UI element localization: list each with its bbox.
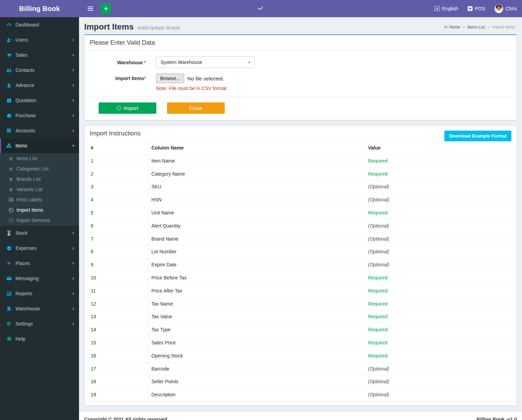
chevron-left-icon: ‹: [72, 230, 74, 236]
sidebar-item-items-list[interactable]: ≣ Items List: [0, 153, 79, 164]
dollar-icon: $: [5, 82, 13, 89]
chevron-left-icon: ‹: [72, 291, 74, 296]
value-badge: Required: [365, 297, 513, 310]
csv-note: Note: File must be in CSV format.: [156, 86, 228, 91]
table-header-row: # Column Name Value: [88, 142, 513, 155]
page-subtitle: Add/Update Brand: [137, 25, 179, 31]
user-name: Chris: [506, 6, 517, 11]
warehouse-label: Warehouse *: [85, 59, 156, 65]
sidebar-item-contacts[interactable]: Contacts ‹: [0, 63, 79, 78]
value-badge: (Optional): [365, 388, 513, 401]
sidebar-item-label: Variants List: [16, 187, 43, 192]
sidebar-item-stock[interactable]: ⌛ Stock ‹: [0, 225, 79, 241]
sidebar-item-label: Reports: [15, 291, 32, 296]
sidebar-item-reports[interactable]: Reports ‹: [0, 286, 79, 301]
sidebar-item-label: Contacts: [15, 67, 34, 73]
table-row: 6Alert Quantity(Optional): [88, 219, 513, 232]
value-badge: (Optional): [365, 180, 513, 194]
table-row: 12Tax NameRequired: [88, 297, 513, 310]
quick-add-button[interactable]: +: [101, 3, 111, 14]
sidebar-item-messaging[interactable]: Messaging ‹: [0, 271, 79, 286]
value-badge: Required: [365, 323, 513, 336]
sidebar-item-import-items[interactable]: ← Import Items: [0, 205, 79, 215]
sidebar-item-label: Expenses: [15, 245, 36, 251]
browse-file-button[interactable]: Browse...: [156, 74, 184, 83]
table-row: 8Lot Number(Optional): [88, 245, 513, 258]
barcode-icon: [8, 198, 14, 202]
cube-icon: [5, 113, 13, 118]
sidebar-item-label: Print Labels: [16, 197, 42, 202]
value-badge: Required: [365, 336, 513, 349]
sidebar-item-print-labels[interactable]: Print Labels: [0, 195, 79, 205]
form-actions: ← Import Close: [85, 102, 517, 120]
value-badge: Required: [365, 167, 513, 180]
sidebar-item-label: Help: [15, 336, 25, 342]
sidebar-item-advance[interactable]: $ Advance ‹: [0, 78, 79, 93]
value-badge: (Optional): [365, 232, 513, 245]
required-asterisk: *: [144, 76, 146, 81]
chevron-left-icon: ‹: [72, 306, 74, 311]
sidebar-item-warehouse[interactable]: Warehouse ‹: [0, 301, 79, 316]
sidebar-item-label: Items List: [16, 156, 37, 161]
cart-icon: [5, 53, 13, 58]
list-icon: ≣: [8, 177, 14, 182]
sidebar-item-label: Warehouse: [15, 306, 40, 311]
users-icon: [5, 68, 13, 73]
sidebar-item-accounts[interactable]: Accounts ‹: [0, 123, 79, 138]
value-badge: (Optional): [365, 362, 513, 375]
user-menu[interactable]: Chris: [495, 4, 517, 13]
arrow-circle-icon: ←: [8, 218, 14, 223]
chevron-left-icon: ‹: [72, 113, 74, 118]
sidebar-item-categories-list[interactable]: ≣ Categories List: [0, 164, 79, 174]
sidebar-item-quotation[interactable]: Quotation ‹: [0, 93, 79, 108]
sidebar-item-users[interactable]: Users ‹: [0, 32, 79, 47]
navbar-right: A English POS Chris: [434, 4, 517, 13]
chevron-left-icon: ‹: [72, 52, 74, 58]
language-menu[interactable]: A English: [434, 6, 458, 11]
table-row: 17Barcode(Optional): [88, 362, 513, 375]
sidebar-item-brands-list[interactable]: ≣ Brands List: [0, 174, 79, 184]
chevron-left-icon: ‹: [72, 67, 74, 73]
user-plus-icon: [5, 37, 13, 43]
sidebar-item-import-services[interactable]: ← Import Services: [0, 215, 79, 225]
column-header-value[interactable]: Value: [365, 142, 513, 155]
sidebar-item-purchase[interactable]: Purchase ‹: [0, 108, 79, 123]
breadcrumb-current: Import Items: [492, 25, 515, 30]
sidebar-item-label: Brands List: [16, 176, 41, 182]
chevron-left-icon: ‹: [72, 245, 74, 251]
sidebar-item-items[interactable]: Items ‹: [0, 138, 79, 153]
grid-icon: [5, 128, 13, 133]
sidebar-toggle-button[interactable]: [84, 0, 98, 17]
gauge-icon: [5, 22, 13, 27]
sidebar-item-places[interactable]: ✈ Places ‹: [0, 256, 79, 271]
column-header-num[interactable]: #: [88, 142, 148, 155]
breadcrumb-items-list[interactable]: Items List: [467, 25, 485, 30]
sidebar-item-dashboard[interactable]: Dashboard: [0, 17, 79, 32]
value-badge: (Optional): [365, 219, 513, 232]
chevron-left-icon: ‹: [72, 82, 74, 88]
content-wrapper: Import Items Add/Update Brand Home > Ite…: [79, 0, 522, 420]
sidebar-item-expenses[interactable]: Expenses ‹: [0, 241, 79, 256]
envelope-icon: [5, 276, 13, 281]
table-row: 4HSN(Optional): [88, 194, 513, 207]
table-row: 15Sales PriceRequired: [88, 336, 513, 349]
breadcrumb-home[interactable]: Home: [444, 25, 460, 30]
sidebar-item-label: Dashboard: [15, 22, 39, 27]
warehouse-select[interactable]: System Warehouse ▾: [156, 56, 255, 68]
download-example-format-button[interactable]: Download Example Format: [444, 131, 511, 141]
pos-button[interactable]: POS: [468, 6, 485, 11]
sidebar-item-sales[interactable]: Sales ‹: [0, 47, 79, 63]
sidebar-item-variants-list[interactable]: ≣ Variants List: [0, 184, 79, 195]
table-row: 2Category NameRequired: [88, 167, 513, 180]
table-row: 9Expire Date(Optional): [88, 258, 513, 272]
pos-label: POS: [475, 6, 485, 11]
home-gauge-icon: [444, 25, 448, 29]
import-button[interactable]: ← Import: [99, 102, 156, 114]
app-logo[interactable]: Billing Book: [0, 0, 79, 17]
sidebar-item-settings[interactable]: ⚙ Settings ‹: [0, 316, 79, 331]
close-button[interactable]: Close: [167, 102, 225, 114]
sidebar-item-help[interactable]: Help: [0, 331, 79, 346]
table-row: 5Unit NameRequired: [88, 206, 513, 219]
value-badge: Required: [365, 310, 513, 323]
column-header-name[interactable]: Column Name: [148, 142, 365, 155]
